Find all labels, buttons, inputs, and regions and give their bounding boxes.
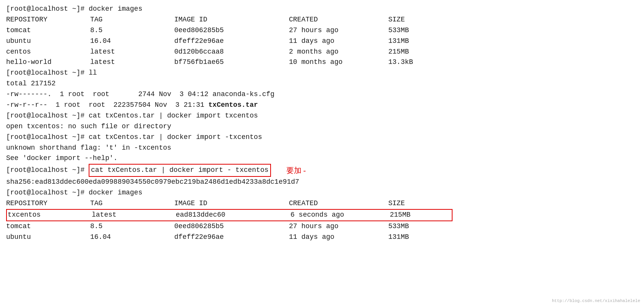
col-header-imgid-2: IMAGE ID <box>174 198 289 209</box>
tag-ubuntu-2: 16.04 <box>90 232 174 243</box>
size-tomcat-2: 533MB <box>388 221 449 232</box>
table-row-tomcat: tomcat 8.5 0eed806285b5 27 hours ago 533… <box>6 25 638 36</box>
command-line-ll: [root@localhost ~]# ll <box>6 68 638 78</box>
repo-hello-world: hello-world <box>6 57 90 68</box>
size-hello-world: 13.3kB <box>388 57 449 68</box>
cmd-import-3-highlighted: cat txCentos.tar | docker import - txcen… <box>89 164 271 177</box>
imgid-ubuntu: dfeff22e96ae <box>174 36 289 47</box>
line-error-2: unknown shorthand flag: 't' in -txcentos <box>6 143 638 154</box>
cmd-import-3-prefix: [root@localhost ~]# <box>6 165 89 176</box>
col-header-imgid-1: IMAGE ID <box>174 15 289 25</box>
imgid-txcentos: ead813ddec60 <box>176 210 290 220</box>
table-row-ubuntu-2: ubuntu 16.04 dfeff22e96ae 11 days ago 13… <box>6 232 638 243</box>
table-header-2: REPOSITORY TAG IMAGE ID CREATED SIZE <box>6 198 638 209</box>
tag-tomcat: 8.5 <box>90 25 174 36</box>
repo-tomcat: tomcat <box>6 25 90 36</box>
table-header-1: REPOSITORY TAG IMAGE ID CREATED SIZE <box>6 15 638 25</box>
table-row-hello-world: hello-world latest bf756fb1ae65 10 month… <box>6 57 638 68</box>
col-header-created-1: CREATED <box>289 15 388 25</box>
file-txcentos-bold: txCentos.tar <box>208 100 258 111</box>
col-header-tag-2: TAG <box>90 198 174 209</box>
line-file-txcentos: -rw-r--r-- 1 root root 222357504 Nov 3 2… <box>6 100 638 111</box>
col-header-created-2: CREATED <box>289 198 388 209</box>
total-text: total 217152 <box>6 78 56 89</box>
error-2-text: unknown shorthand flag: 't' in -txcentos <box>6 143 171 154</box>
watermark: http://blog.csdn.net/xixihahalelele <box>552 299 640 303</box>
line-see-help: See 'docker import --help'. <box>6 153 638 164</box>
size-ubuntu: 131MB <box>388 36 449 47</box>
line-sha256: sha256:ead813ddec600eda099889034550c0979… <box>6 177 638 188</box>
error-1-text: open txcentos: no such file or directory <box>6 121 171 132</box>
imgid-ubuntu-2: dfeff22e96ae <box>174 232 289 243</box>
repo-txcentos: txcentos <box>8 210 92 220</box>
tag-ubuntu: 16.04 <box>90 36 174 47</box>
repo-centos: centos <box>6 47 90 57</box>
see-help-text: See 'docker import --help'. <box>6 153 118 164</box>
terminal-output: [root@localhost ~]# docker images REPOSI… <box>6 4 638 243</box>
tag-txcentos: latest <box>92 210 176 220</box>
command-line-docker-images-1: [root@localhost ~]# docker images <box>6 4 638 15</box>
command-line-import-1: [root@localhost ~]# cat txCentos.tar | d… <box>6 111 638 121</box>
imgid-hello-world: bf756fb1ae65 <box>174 57 289 68</box>
file-anaconda-text: -rw-------. 1 root root 2744 Nov 3 04:12… <box>6 89 274 100</box>
repo-ubuntu-2: ubuntu <box>6 232 90 243</box>
col-header-repo-2: REPOSITORY <box>6 198 90 209</box>
command-line-import-2: [root@localhost ~]# cat txCentos.tar | d… <box>6 132 638 143</box>
cmd-import-2-text: [root@localhost ~]# cat txCentos.tar | d… <box>6 132 262 143</box>
command-text: [root@localhost ~]# docker images <box>6 4 142 15</box>
table-row-centos: centos latest 0d120b6ccaa8 2 months ago … <box>6 47 638 57</box>
line-total: total 217152 <box>6 78 638 89</box>
cmd-docker-images-2-text: [root@localhost ~]# docker images <box>6 188 142 198</box>
size-txcentos: 215MB <box>390 210 451 220</box>
created-ubuntu: 11 days ago <box>289 36 388 47</box>
size-ubuntu-2: 131MB <box>388 232 449 243</box>
created-tomcat: 27 hours ago <box>289 25 388 36</box>
repo-tomcat-2: tomcat <box>6 221 90 232</box>
cmd-import-1-text: [root@localhost ~]# cat txCentos.tar | d… <box>6 111 258 121</box>
col-header-size-2: SIZE <box>388 198 449 209</box>
tag-tomcat-2: 8.5 <box>90 221 174 232</box>
imgid-tomcat: 0eed806285b5 <box>174 25 289 36</box>
created-ubuntu-2: 11 days ago <box>289 232 388 243</box>
repo-ubuntu: ubuntu <box>6 36 90 47</box>
line-file-anaconda: -rw-------. 1 root root 2744 Nov 3 04:12… <box>6 89 638 100</box>
imgid-centos: 0d120b6ccaa8 <box>174 47 289 57</box>
col-header-repo-1: REPOSITORY <box>6 15 90 25</box>
file-txcentos-prefix: -rw-r--r-- 1 root root 222357504 Nov 3 2… <box>6 100 208 111</box>
col-header-size-1: SIZE <box>388 15 449 25</box>
created-txcentos: 6 seconds ago <box>290 210 390 220</box>
col-header-tag-1: TAG <box>90 15 174 25</box>
table-row-txcentos-highlighted: txcentos latest ead813ddec60 6 seconds a… <box>6 209 453 221</box>
command-line-import-3: [root@localhost ~]# cat txCentos.tar | d… <box>6 164 638 177</box>
size-centos: 215MB <box>388 47 449 57</box>
created-centos: 2 months ago <box>289 47 388 57</box>
size-tomcat: 533MB <box>388 25 449 36</box>
table-row-tomcat-2: tomcat 8.5 0eed806285b5 27 hours ago 533… <box>6 221 638 232</box>
command-line-docker-images-2: [root@localhost ~]# docker images <box>6 188 638 198</box>
table-row-ubuntu: ubuntu 16.04 dfeff22e96ae 11 days ago 13… <box>6 36 638 47</box>
sha256-text: sha256:ead813ddec600eda099889034550c0979… <box>6 177 299 188</box>
annotation-text: 要加 - <box>286 165 306 176</box>
tag-hello-world: latest <box>90 57 174 68</box>
created-hello-world: 10 months ago <box>289 57 388 68</box>
line-error-1: open txcentos: no such file or directory <box>6 121 638 132</box>
cmd-ll-text: [root@localhost ~]# ll <box>6 68 97 78</box>
created-tomcat-2: 27 hours ago <box>289 221 388 232</box>
tag-centos: latest <box>90 47 174 57</box>
imgid-tomcat-2: 0eed806285b5 <box>174 221 289 232</box>
